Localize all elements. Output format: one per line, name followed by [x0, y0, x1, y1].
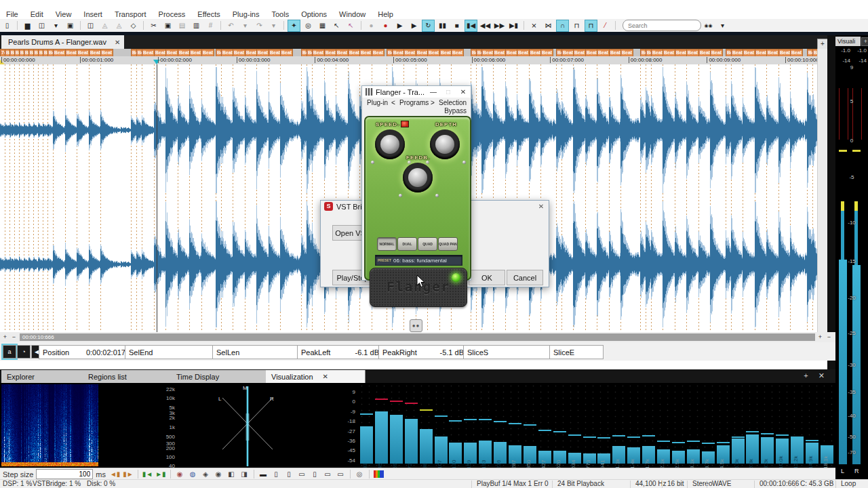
slices-field[interactable]: SliceS [463, 345, 554, 359]
dock-tab-close-icon[interactable]: ✕ [323, 373, 328, 380]
capture-icon[interactable]: ◬ [98, 20, 111, 32]
position-field[interactable]: Position0:00:02:017 [39, 345, 130, 359]
slicee-field[interactable]: SliceE [549, 345, 604, 359]
sellen-field[interactable]: SelLen [212, 345, 302, 359]
rewind-icon[interactable]: ◀◀ [479, 20, 492, 32]
side-icon[interactable]: ▭ [336, 470, 346, 479]
document-tab-close-icon[interactable]: ✕ [115, 39, 120, 46]
vst-dialog-close-icon[interactable]: ✕ [534, 203, 549, 210]
monitor-input-icon[interactable]: ◉ [175, 470, 185, 479]
beat-marker-flag[interactable]: Beat [53, 49, 66, 56]
zoom-out-button-right[interactable]: − [825, 333, 833, 341]
peakleft-field[interactable]: PeakLeft-6.1 dB [297, 345, 383, 359]
cut-icon[interactable]: ✂ [147, 20, 160, 32]
beat-marker-flag[interactable]: Beat [427, 49, 440, 56]
new-file-icon[interactable]: ▯ [1, 20, 14, 32]
ok-button[interactable]: OK [469, 270, 505, 285]
edit-mode-icon[interactable]: a [3, 345, 16, 359]
plugin-minimize-icon[interactable]: — [426, 88, 441, 96]
swap-icon[interactable]: ▯ [310, 470, 320, 479]
play-device-icon[interactable]: ◔ [17, 345, 31, 359]
snap-icon[interactable]: ∩ [556, 20, 569, 32]
statistics-icon[interactable]: ▦ [316, 20, 329, 32]
dock-tab-time-display[interactable]: Time Display [171, 370, 276, 383]
menu-view[interactable]: View [50, 10, 78, 18]
forward-icon[interactable]: ▶▶ [493, 20, 506, 32]
beat-marker-flag[interactable]: Beat [573, 49, 586, 56]
menu-window[interactable]: Window [333, 10, 372, 18]
redo-dropdown-icon[interactable]: ▾ [267, 20, 280, 32]
menu-insert[interactable]: Insert [77, 10, 108, 18]
plugin-titlebar[interactable]: Flanger - Tra... — □ ✕ [362, 86, 471, 98]
ch1-icon[interactable]: ▯ [271, 470, 281, 479]
levels-icon[interactable] [374, 470, 384, 478]
menu-tools[interactable]: Tools [265, 10, 295, 18]
go-to-end-icon[interactable]: ▶▮ [507, 20, 520, 32]
beat-marker-flag[interactable]: Beat [256, 49, 269, 56]
menu-options[interactable]: Options [295, 10, 333, 18]
beat-marker-flag[interactable]: Beat [280, 49, 293, 56]
menu-file[interactable]: File [0, 10, 24, 18]
feedb-knob[interactable] [403, 163, 433, 192]
dock-tab-regions-list[interactable]: Regions list [83, 370, 181, 383]
undo-icon[interactable]: ↶ [224, 20, 237, 32]
plugin-close-icon[interactable]: ✕ [456, 88, 471, 96]
menu-help[interactable]: Help [372, 10, 399, 18]
pause-icon[interactable]: ▮▮ [436, 20, 449, 32]
beat-marker-flag[interactable]: Beat [201, 49, 214, 56]
undo-dropdown-icon[interactable]: ▾ [239, 20, 252, 32]
preset-display[interactable]: PRESET 06: bass: fundamental [375, 255, 462, 266]
meter-panel-add-icon[interactable]: + [861, 37, 868, 46]
beat-marker-flag[interactable]: Beat [540, 49, 553, 56]
find-icon[interactable]: ◉◉ [702, 20, 715, 32]
beat-marker-flag[interactable]: Beat [142, 49, 155, 56]
program-prev-button[interactable]: < [391, 99, 395, 106]
beat-marker-flag[interactable]: Beat [493, 49, 506, 56]
meter-panel-tab[interactable]: Visuali [835, 37, 861, 46]
zoom-out-button[interactable]: − [10, 333, 18, 341]
scrollbar-thumb[interactable]: 00:00:10:666 [20, 333, 815, 341]
marker-prev-icon[interactable]: ◄▮ [110, 470, 120, 479]
monitor-output-icon[interactable]: ◍ [188, 470, 198, 479]
beat-marker-flag[interactable]: Beat [451, 49, 464, 56]
programs-menu[interactable]: Programs [399, 99, 429, 106]
tag-icon[interactable]: ◇ [127, 20, 140, 32]
record-icon[interactable]: ● [379, 20, 392, 32]
beat-marker-flag[interactable]: Beat [359, 49, 372, 56]
menu-transport[interactable]: Transport [108, 10, 153, 18]
marker-next-icon[interactable]: ▮► [123, 470, 133, 479]
cancel-button[interactable]: Cancel [507, 270, 543, 285]
auto-snap-icon[interactable]: ⊓ [585, 20, 597, 32]
marker-row[interactable]: 74BeatBeatBeatBeatBeatBeatBeatBeatBeatBe… [0, 49, 817, 56]
envelope-tool-icon[interactable]: ↖ [344, 20, 357, 32]
crossfade-icon[interactable]: ⁄ [599, 20, 612, 32]
bypass-icon[interactable]: ◉ [214, 470, 224, 479]
pencil-tool-icon[interactable]: ↖ [330, 20, 343, 32]
plugin-menu[interactable]: Plug-in [367, 99, 388, 106]
open-file-icon[interactable]: ▆ [21, 20, 34, 32]
go-to-start-icon[interactable]: ▮◀ [465, 20, 477, 32]
beat-marker-flag[interactable]: Beat [100, 49, 113, 56]
mode-button-dual[interactable]: DUAL [397, 237, 417, 251]
zoom-in-button-right[interactable]: + [816, 333, 824, 341]
mode-button-quad-pan[interactable]: QUAD PAN [438, 237, 458, 251]
beat-marker-flag[interactable]: Beat [336, 49, 349, 56]
beat-marker-flag[interactable]: Beat [686, 49, 699, 56]
step-size-input[interactable] [36, 469, 93, 479]
beat-marker-flag[interactable]: Beat [710, 49, 723, 56]
speaker-right-icon[interactable]: ◨ [239, 470, 250, 479]
beat-marker-flag[interactable]: Beat [743, 49, 755, 56]
beat-marker-flag[interactable]: Beat [233, 49, 245, 56]
selection-menu[interactable]: Selection [439, 99, 467, 106]
depth-knob[interactable] [430, 129, 460, 159]
loop-playback-icon[interactable]: ↻ [422, 20, 435, 32]
menu-process[interactable]: Process [153, 10, 192, 18]
mid-icon[interactable]: ▭ [323, 470, 333, 479]
save-icon[interactable]: ◫ [35, 20, 48, 32]
menu-effects[interactable]: Effects [191, 10, 226, 18]
beat-marker-flag[interactable]: Beat [597, 49, 610, 56]
menu-plug-ins[interactable]: Plug-ins [226, 10, 266, 18]
zoom-in-button[interactable]: + [1, 333, 9, 341]
selend-field[interactable]: SelEnd [125, 345, 217, 359]
beat-marker-flag[interactable]: Beat [517, 49, 530, 56]
